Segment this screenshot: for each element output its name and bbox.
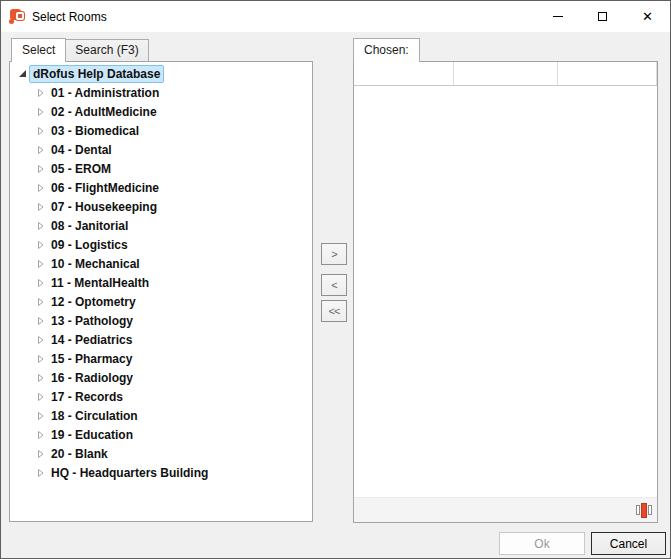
- chevron-right-icon[interactable]: [34, 182, 48, 194]
- chevron-right-icon[interactable]: [34, 334, 48, 346]
- tab-chosen[interactable]: Chosen:: [353, 38, 420, 62]
- close-button[interactable]: ✕: [625, 1, 670, 32]
- tree-item-label[interactable]: 06 - FlightMedicine: [48, 180, 162, 196]
- tree-item-label[interactable]: 02 - AdultMedicine: [48, 104, 160, 120]
- tree-item-label[interactable]: 07 - Housekeeping: [48, 199, 160, 215]
- tree-item-label[interactable]: 05 - EROM: [48, 161, 114, 177]
- tree-item[interactable]: 13 - Pathology: [10, 311, 312, 330]
- tree-item[interactable]: 20 - Blank: [10, 444, 312, 463]
- chevron-right-icon[interactable]: [34, 87, 48, 99]
- tree-item-label[interactable]: 11 - MentalHealth: [48, 275, 152, 291]
- tree-item-label[interactable]: 16 - Radiology: [48, 370, 136, 386]
- chevron-right-icon[interactable]: [34, 163, 48, 175]
- tab-select[interactable]: Select: [11, 38, 66, 62]
- tree-item[interactable]: 12 - Optometry: [10, 292, 312, 311]
- tree-root-row[interactable]: dRofus Help Database: [10, 64, 312, 83]
- tab-search[interactable]: Search (F3): [65, 39, 148, 61]
- tree-item-label[interactable]: 08 - Janitorial: [48, 218, 131, 234]
- chevron-right-icon[interactable]: [34, 315, 48, 327]
- tree-item[interactable]: 18 - Circulation: [10, 406, 312, 425]
- column-header[interactable]: [558, 62, 657, 85]
- maximize-button[interactable]: [580, 1, 625, 32]
- tree-item-label[interactable]: 12 - Optometry: [48, 294, 139, 310]
- chevron-right-icon[interactable]: [34, 144, 48, 156]
- tree-item[interactable]: 19 - Education: [10, 425, 312, 444]
- column-header[interactable]: [354, 62, 454, 85]
- tree-item[interactable]: 10 - Mechanical: [10, 254, 312, 273]
- tree-item-label[interactable]: 13 - Pathology: [48, 313, 136, 329]
- chevron-right-icon[interactable]: [34, 220, 48, 232]
- chevron-right-icon[interactable]: [34, 467, 48, 479]
- move-all-left-button[interactable]: <<: [321, 300, 347, 322]
- chevron-right-icon[interactable]: [34, 353, 48, 365]
- column-header[interactable]: [454, 62, 558, 85]
- tree-item[interactable]: 17 - Records: [10, 387, 312, 406]
- chevron-right-icon[interactable]: [34, 277, 48, 289]
- chosen-grid-header: [354, 62, 657, 86]
- chevron-expanded-icon[interactable]: [15, 68, 29, 80]
- right-tabstrip: Chosen:: [353, 38, 419, 61]
- chevron-right-icon[interactable]: [34, 258, 48, 270]
- minimize-icon: [553, 16, 563, 17]
- tree-item[interactable]: 15 - Pharmacy: [10, 349, 312, 368]
- chosen-grid-footer: [354, 497, 657, 522]
- window-title: Select Rooms: [32, 10, 107, 24]
- tree-item[interactable]: 11 - MentalHealth: [10, 273, 312, 292]
- tree-item-label[interactable]: 03 - Biomedical: [48, 123, 142, 139]
- chevron-right-icon[interactable]: [34, 106, 48, 118]
- tree-item-label[interactable]: 20 - Blank: [48, 446, 111, 462]
- move-right-button[interactable]: >: [321, 243, 347, 265]
- tree-item[interactable]: 09 - Logistics: [10, 235, 312, 254]
- maximize-icon: [598, 12, 607, 21]
- chevron-right-icon[interactable]: [34, 391, 48, 403]
- chevron-right-icon[interactable]: [34, 201, 48, 213]
- tree-item[interactable]: 14 - Pediatrics: [10, 330, 312, 349]
- select-rooms-dialog: Select Rooms ✕ Select Search (F3) dRofus…: [0, 0, 671, 559]
- tree-item[interactable]: 06 - FlightMedicine: [10, 178, 312, 197]
- chosen-panel: [353, 61, 658, 523]
- tree-item-label[interactable]: 14 - Pediatrics: [48, 332, 135, 348]
- chevron-right-icon[interactable]: [34, 239, 48, 251]
- tree-item[interactable]: 02 - AdultMedicine: [10, 102, 312, 121]
- tree-item[interactable]: 07 - Housekeeping: [10, 197, 312, 216]
- ok-button[interactable]: Ok: [499, 532, 585, 555]
- cancel-button[interactable]: Cancel: [591, 532, 666, 555]
- tree-item-label[interactable]: HQ - Headquarters Building: [48, 465, 211, 481]
- chevron-right-icon[interactable]: [34, 296, 48, 308]
- minimize-button[interactable]: [535, 1, 580, 32]
- tree-item[interactable]: 08 - Janitorial: [10, 216, 312, 235]
- tree-root-label[interactable]: dRofus Help Database: [29, 65, 164, 83]
- drofus-report-icon[interactable]: [636, 503, 652, 518]
- move-left-button[interactable]: <: [321, 274, 347, 296]
- titlebar: Select Rooms ✕: [1, 1, 670, 32]
- tree-item-label[interactable]: 19 - Education: [48, 427, 136, 443]
- chosen-grid-body[interactable]: [354, 86, 657, 497]
- room-tree-panel: dRofus Help Database 01 - Administration…: [9, 61, 313, 522]
- tree-item[interactable]: 16 - Radiology: [10, 368, 312, 387]
- chevron-right-icon[interactable]: [34, 448, 48, 460]
- chevron-right-icon[interactable]: [34, 125, 48, 137]
- chevron-right-icon[interactable]: [34, 372, 48, 384]
- tree-item-label[interactable]: 10 - Mechanical: [48, 256, 143, 272]
- tree-item[interactable]: 05 - EROM: [10, 159, 312, 178]
- tree-item[interactable]: 03 - Biomedical: [10, 121, 312, 140]
- tree-item-label[interactable]: 09 - Logistics: [48, 237, 131, 253]
- tree-item-label[interactable]: 18 - Circulation: [48, 408, 141, 424]
- tree-item[interactable]: HQ - Headquarters Building: [10, 463, 312, 482]
- chevron-right-icon[interactable]: [34, 429, 48, 441]
- chevron-right-icon[interactable]: [34, 410, 48, 422]
- tree-item-label[interactable]: 04 - Dental: [48, 142, 115, 158]
- close-icon: ✕: [642, 10, 653, 23]
- tree-item-label[interactable]: 01 - Administration: [48, 85, 162, 101]
- tree-item-label[interactable]: 17 - Records: [48, 389, 126, 405]
- tree-item[interactable]: 01 - Administration: [10, 83, 312, 102]
- left-tabstrip: Select Search (F3): [11, 38, 148, 61]
- tree-item-label[interactable]: 15 - Pharmacy: [48, 351, 135, 367]
- tree-item[interactable]: 04 - Dental: [10, 140, 312, 159]
- drofus-logo-icon: [9, 8, 26, 25]
